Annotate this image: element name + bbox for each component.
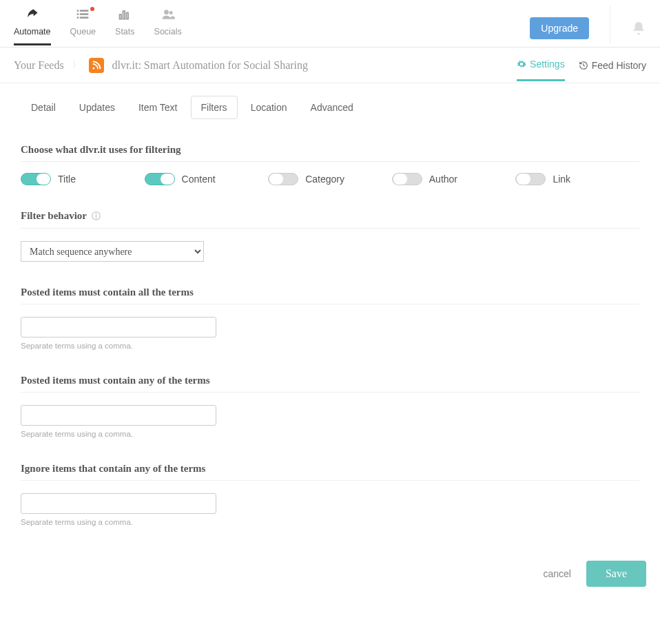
tab-location[interactable]: Location [240,96,298,119]
toggle-category[interactable] [268,173,298,185]
info-icon[interactable]: ⓘ [92,211,101,221]
nav-label: Automate [14,27,51,37]
chevron-right-icon: 〉 [72,59,81,71]
toggle-label: Author [429,174,457,185]
section-filter-behavior: Filter behavior ⓘ Match sequence anywher… [0,185,660,262]
section-filtering-source: Choose what dlvr.it uses for filtering T… [0,119,660,185]
share-arrow-icon [25,8,40,25]
nav-label: Stats [115,27,135,37]
toggle-label: Link [553,174,570,185]
gear-icon [517,59,526,69]
must-contain-all-input[interactable] [21,317,216,337]
section-title: Filter behavior ⓘ [21,210,639,229]
divider [610,6,610,43]
svg-rect-2 [77,13,79,15]
helper-text: Separate terms using a comma. [21,518,639,526]
nav-label: Queue [70,27,96,37]
section-ignore-any: Ignore items that contain any of the ter… [0,438,660,526]
ignore-contain-any-input[interactable] [21,493,216,514]
list-icon [75,8,90,25]
toggle-link[interactable] [515,173,546,185]
toggle-title[interactable] [21,173,51,185]
nav-queue[interactable]: Queue [70,8,96,45]
svg-point-11 [92,67,94,69]
tab-bar: Detail Updates Item Text Filters Locatio… [0,83,660,119]
toggle-label: Content [182,174,216,185]
top-nav: Automate Queue Stats Socials Upgrade [0,0,660,48]
must-contain-any-input[interactable] [21,405,216,426]
toggle-author[interactable] [392,173,422,185]
cancel-button[interactable]: cancel [543,568,570,579]
helper-text: Separate terms using a comma. [21,430,639,438]
breadcrumb-title: dlvr.it: Smart Automation for Social Sha… [112,59,308,72]
tab-updates[interactable]: Updates [69,96,125,119]
section-must-contain-all: Posted items must contain all the terms … [0,262,660,350]
svg-point-10 [169,11,172,14]
upgrade-button[interactable]: Upgrade [530,17,589,39]
section-must-contain-any: Posted items must contain any of the ter… [0,350,660,438]
svg-rect-8 [127,12,129,19]
section-title: Choose what dlvr.it uses for filtering [21,144,639,162]
toggle-label: Title [58,174,76,185]
svg-rect-0 [77,10,79,12]
toggle-label: Category [305,174,344,185]
nav-stats[interactable]: Stats [115,8,135,45]
users-icon [160,8,176,25]
history-icon [579,61,588,70]
nav-socials[interactable]: Socials [154,8,182,45]
svg-rect-1 [80,10,88,12]
bell-icon[interactable] [631,21,646,36]
nav-automate[interactable]: Automate [14,8,51,45]
tab-advanced[interactable]: Advanced [300,96,364,119]
notification-dot-icon [90,7,94,11]
bar-chart-icon [117,8,132,25]
svg-rect-3 [80,13,88,15]
feed-history-link[interactable]: Feed History [579,50,646,81]
tab-detail[interactable]: Detail [21,96,66,119]
breadcrumb-bar: Your Feeds 〉 dlvr.it: Smart Automation f… [0,48,660,83]
svg-point-9 [164,10,169,14]
toggle-content[interactable] [145,173,175,185]
nav-label: Socials [154,27,182,37]
svg-rect-6 [120,14,122,19]
section-title: Ignore items that contain any of the ter… [21,463,639,481]
svg-rect-5 [80,17,88,19]
section-title: Posted items must contain all the terms [21,287,639,304]
helper-text: Separate terms using a comma. [21,342,639,350]
filter-behavior-select[interactable]: Match sequence anywhere [21,241,204,262]
tab-item-text[interactable]: Item Text [128,96,188,119]
footer-actions: cancel Save [0,526,660,607]
svg-rect-4 [77,17,79,19]
settings-link[interactable]: Settings [517,49,565,81]
tab-filters[interactable]: Filters [191,96,238,119]
save-button[interactable]: Save [586,561,646,587]
section-title: Posted items must contain any of the ter… [21,375,639,393]
svg-rect-7 [123,11,125,19]
rss-icon [89,58,104,73]
breadcrumb-root[interactable]: Your Feeds [14,59,64,72]
